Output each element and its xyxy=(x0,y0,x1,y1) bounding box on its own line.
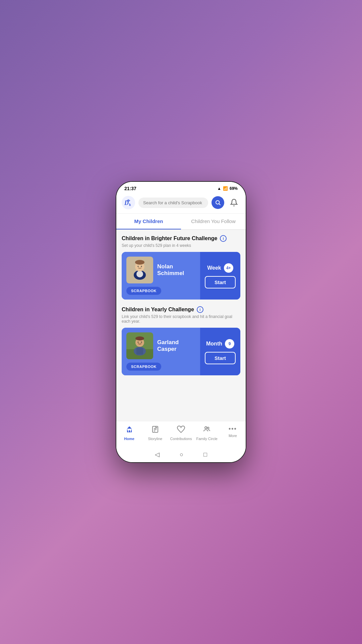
nolan-card: Nolan Schimmel SCRAPBOOK Week 4+ Start xyxy=(122,252,240,300)
nolan-period-badge: 4+ xyxy=(224,263,233,273)
garland-card-top: Garland Casper xyxy=(126,332,195,359)
yearly-challenge-title: Children in Yearly Challenge xyxy=(122,307,194,313)
nolan-card-top: Nolan Schimmel xyxy=(126,257,195,283)
nolan-period-label: Week xyxy=(207,265,221,271)
nolan-card-right: Week 4+ Start xyxy=(200,252,240,300)
svg-point-19 xyxy=(141,342,142,343)
nav-home[interactable]: Home xyxy=(116,424,142,442)
tabs: My Children Children You Follow xyxy=(116,214,246,230)
nolan-name: Nolan Schimmel xyxy=(157,263,195,277)
svg-line-4 xyxy=(219,204,220,205)
main-content: Children in Brighter Future Challenge i … xyxy=(116,230,246,421)
garland-period-label: Month xyxy=(206,341,222,347)
more-label: More xyxy=(229,434,237,438)
yearly-challenge-subtitle: Link your child's 529 to their scrapbook… xyxy=(122,314,240,324)
garland-avatar xyxy=(126,332,153,359)
status-bar: 21:37 ▲ 📶 69% xyxy=(116,182,246,193)
header: D k xyxy=(116,193,246,214)
brighter-future-section-header: Children in Brighter Future Challenge i xyxy=(122,235,240,242)
search-button[interactable] xyxy=(212,196,224,209)
family-circle-label: Family Circle xyxy=(196,437,218,441)
home-button[interactable]: ○ xyxy=(180,451,183,458)
svg-point-18 xyxy=(138,342,139,343)
nav-family-circle[interactable]: Family Circle xyxy=(194,424,220,442)
nav-storyline[interactable]: Storyline xyxy=(142,424,168,442)
garland-card-left: Garland Casper SCRAPBOOK xyxy=(122,328,200,375)
brighter-future-title: Children in Brighter Future Challenge xyxy=(122,235,217,241)
garland-card: Garland Casper SCRAPBOOK Month 9 Start xyxy=(122,328,240,375)
garland-period-badge: 9 xyxy=(225,339,234,348)
svg-point-17 xyxy=(135,336,144,340)
garland-period-row: Month 9 xyxy=(206,339,234,348)
home-label: Home xyxy=(124,437,134,441)
svg-point-24 xyxy=(205,427,207,429)
storyline-icon xyxy=(151,425,159,435)
nolan-period-row: Week 4+ xyxy=(207,263,233,273)
nolan-start-button[interactable]: Start xyxy=(205,276,236,288)
garland-name: Garland Casper xyxy=(157,339,195,353)
signal-icon: 📶 xyxy=(223,186,228,191)
android-nav: ◁ ○ □ xyxy=(116,447,246,462)
svg-point-10 xyxy=(138,266,139,267)
app-logo: D k xyxy=(122,196,135,209)
search-input[interactable] xyxy=(138,198,208,208)
wifi-icon: ▲ xyxy=(217,186,221,191)
yearly-challenge-section-header: Children in Yearly Challenge i xyxy=(122,306,240,313)
back-button[interactable]: ◁ xyxy=(155,451,160,458)
yearly-challenge-info-icon[interactable]: i xyxy=(197,306,203,313)
nav-more[interactable]: ••• More xyxy=(220,424,246,442)
svg-rect-15 xyxy=(136,348,143,355)
garland-scrapbook-button[interactable]: SCRAPBOOK xyxy=(126,363,161,371)
bottom-nav: Home Storyline Contributions xyxy=(116,421,246,447)
battery-icon: 69% xyxy=(230,186,238,191)
more-icon: ••• xyxy=(229,425,237,432)
contributions-icon xyxy=(177,425,185,435)
status-time: 21:37 xyxy=(124,186,136,191)
nolan-scrapbook-button[interactable]: SCRAPBOOK xyxy=(126,287,161,295)
nolan-card-left: Nolan Schimmel SCRAPBOOK xyxy=(122,252,200,300)
home-icon xyxy=(125,425,133,435)
phone-shell: 21:37 ▲ 📶 69% D k xyxy=(116,181,246,463)
tab-my-children[interactable]: My Children xyxy=(116,214,181,229)
family-circle-icon xyxy=(203,425,211,435)
svg-point-3 xyxy=(216,201,220,204)
svg-point-7 xyxy=(136,271,143,277)
svg-point-11 xyxy=(141,266,142,267)
svg-point-9 xyxy=(135,260,144,265)
svg-point-25 xyxy=(207,427,209,429)
garland-start-button[interactable]: Start xyxy=(205,352,236,364)
storyline-label: Storyline xyxy=(148,437,162,441)
tab-children-you-follow[interactable]: Children You Follow xyxy=(181,214,246,229)
garland-card-right: Month 9 Start xyxy=(200,328,240,375)
notification-button[interactable] xyxy=(228,196,240,209)
brighter-future-subtitle: Set up your child's 529 plan in 4 weeks xyxy=(122,243,240,248)
nav-contributions[interactable]: Contributions xyxy=(168,424,194,442)
svg-text:k: k xyxy=(129,203,131,207)
contributions-label: Contributions xyxy=(170,437,192,441)
nolan-avatar xyxy=(126,257,153,283)
brighter-future-info-icon[interactable]: i xyxy=(220,235,227,242)
recent-button[interactable]: □ xyxy=(203,451,207,458)
status-icons: ▲ 📶 69% xyxy=(217,186,238,191)
